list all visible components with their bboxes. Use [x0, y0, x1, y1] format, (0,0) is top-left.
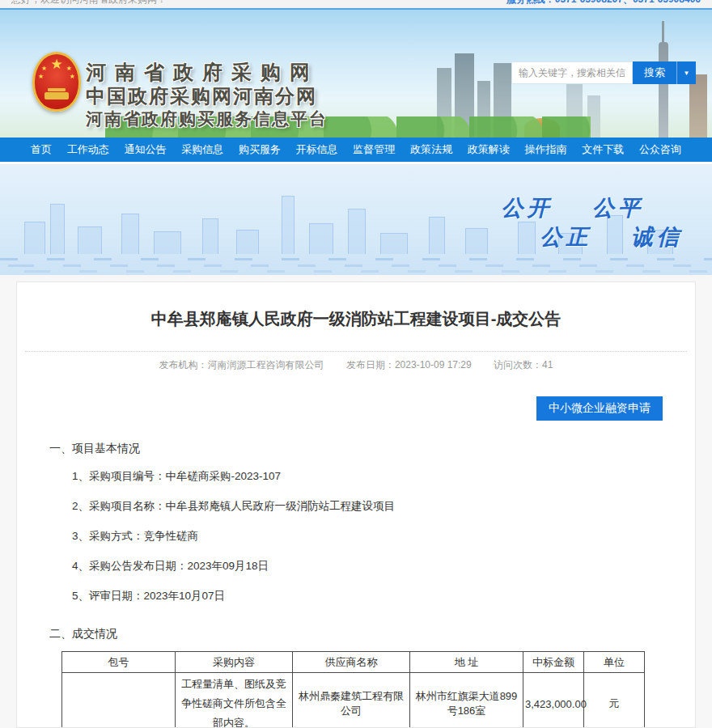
- banner-skyline-building: [518, 222, 536, 254]
- slogan-integrity: 诚信: [631, 224, 683, 249]
- col-amount: 中标金额: [523, 652, 584, 673]
- section1-heading: 一、项目基本情况: [49, 442, 663, 456]
- publish-meta: 发布机构：河南润源工程咨询有限公司 发布日期：2023-10-09 17:29 …: [17, 352, 695, 372]
- zhengzhou-tower: [659, 42, 668, 138]
- search-box: 搜索 ▼: [511, 61, 696, 84]
- emblem-star-icon: ★: [66, 66, 72, 72]
- main-nav: 首页 工作动态 通知公告 采购信息 购买服务 开标信息 监督管理 政策法规 政策…: [0, 138, 712, 162]
- slogan-line-2: 公正 诚信: [540, 222, 683, 252]
- section2-heading: 二、成交情况: [49, 627, 663, 641]
- nav-item-home[interactable]: 首页: [31, 142, 52, 157]
- banner-skyline-building: [429, 217, 445, 254]
- emblem-star-icon: ★: [41, 66, 47, 72]
- slogan-line-1: 公开 公平: [502, 193, 644, 222]
- procurement-method: 3、采购方式：竞争性磋商: [72, 526, 663, 546]
- slogan-fair: 公平: [592, 195, 644, 220]
- cell-amount: 3,423,000.00: [523, 673, 584, 728]
- nav-item-policies[interactable]: 政策法规: [410, 142, 452, 157]
- deal-table-header-row: 包号 采购内容 供应商名称 地 址 中标金额 单位: [62, 652, 645, 673]
- banner-skyline-building: [465, 228, 488, 254]
- publish-date: 发布日期：2023-10-09 17:29: [346, 359, 472, 370]
- banner-skyline-building: [121, 214, 139, 254]
- announcement-card: 中牟县郑庵镇人民政府一级消防站工程建设项目-成交公告 发布机构：河南润源工程咨询…: [16, 281, 696, 728]
- nav-item-purchase-services[interactable]: 购买服务: [239, 142, 281, 157]
- banner-skyline-building: [348, 209, 366, 254]
- national-emblem-logo: ★ ★ ★ ★ ★: [32, 52, 81, 112]
- emblem-gate-shape: [44, 92, 69, 99]
- emblem-star-icon: ★: [38, 74, 44, 80]
- review-date: 5、评审日期：2023年10月07日: [72, 586, 663, 606]
- nav-item-public-consultation[interactable]: 公众咨询: [639, 142, 681, 157]
- banner-skyline-building: [380, 233, 408, 254]
- nav-item-bid-opening[interactable]: 开标信息: [296, 142, 338, 157]
- search-input[interactable]: [511, 61, 633, 84]
- site-title-main: 河南省政府采购网: [86, 60, 328, 84]
- sme-financing-button[interactable]: 中小微企业融资申请: [536, 396, 663, 421]
- site-title-sub2: 河南省政府购买服务信息平台: [86, 108, 328, 130]
- col-address: 地 址: [410, 652, 523, 673]
- project-number: 1、采购项目编号：中牟磋商采购-2023-107: [72, 466, 663, 486]
- slogan-just: 公正: [540, 224, 592, 249]
- search-button[interactable]: 搜索: [633, 61, 676, 84]
- banner-skyline-building: [236, 230, 259, 254]
- nav-item-notices[interactable]: 通知公告: [124, 142, 166, 157]
- col-content: 采购内容: [176, 652, 293, 673]
- service-hotline: 服务热线：0371-65908207、0371-65908406: [506, 0, 701, 6]
- nav-item-work-news[interactable]: 工作动态: [67, 142, 109, 157]
- cell-unit: 元: [584, 673, 645, 728]
- site-title-sub1: 中国政府采购网河南分网: [86, 84, 328, 108]
- search-dropdown-caret-icon[interactable]: ▼: [676, 61, 696, 84]
- cell-content: 工程量清单、图纸及竞争性磋商文件所包含全部内容。: [176, 673, 293, 728]
- banner-skyline-building: [309, 223, 333, 254]
- nav-item-policy-interpretation[interactable]: 政策解读: [468, 142, 510, 157]
- cell-supplier: 林州鼎秦建筑工程有限公司: [293, 673, 410, 728]
- banner-skyline-building: [24, 222, 45, 254]
- page-title: 中牟县郑庵镇人民政府一级消防站工程建设项目-成交公告: [17, 308, 695, 330]
- visit-count: 访问次数：41: [494, 359, 553, 370]
- banner-skyline-building: [202, 218, 218, 254]
- site-title-block: 河南省政府采购网 中国政府采购网河南分网 河南省政府购买服务信息平台: [86, 60, 328, 130]
- action-row: 中小微企业融资申请: [17, 396, 695, 421]
- col-unit: 单位: [584, 652, 645, 673]
- banner-skyline-building: [78, 226, 102, 254]
- deal-row: 中牟磋商采购-2023-107 工程量清单、图纸及竞争性磋商文件所包含全部内容。…: [62, 673, 645, 728]
- water-reflection: [0, 258, 712, 260]
- welcome-text: 您好，欢迎访问河南省政府采购网！: [11, 0, 167, 6]
- cell-package-no: 中牟磋商采购-2023-107: [62, 673, 176, 728]
- cell-address: 林州市红旗渠大道899号186室: [410, 673, 523, 728]
- nav-item-operation-guide[interactable]: 操作指南: [524, 142, 566, 157]
- col-supplier: 供应商名称: [293, 652, 410, 673]
- slogan-open: 公开: [502, 195, 553, 220]
- water-reflection: [0, 265, 712, 267]
- project-name: 2、采购项目名称：中牟县郑庵镇人民政府一级消防站工程建设项目: [72, 496, 663, 516]
- banner-skyline-building: [282, 196, 295, 254]
- announcement-date: 4、采购公告发布日期：2023年09月18日: [72, 556, 663, 576]
- publisher: 发布机构：河南润源工程咨询有限公司: [159, 359, 324, 370]
- top-utility-bar: 您好，欢迎访问河南省政府采购网！ 服务热线：0371-65908207、0371…: [0, 0, 712, 8]
- content-area: 中牟县郑庵镇人民政府一级消防站工程建设项目-成交公告 发布机构：河南润源工程咨询…: [0, 275, 712, 728]
- site-header: ★ ★ ★ ★ ★ 河南省政府采购网 中国政府采购网河南分网 河南省政府购买服务…: [0, 8, 712, 138]
- emblem-star-icon: ★: [70, 74, 75, 80]
- nav-item-downloads[interactable]: 文件下载: [582, 142, 624, 157]
- banner-skyline-building: [154, 231, 181, 254]
- nav-item-supervision[interactable]: 监督管理: [353, 142, 395, 157]
- col-package-no: 包号: [62, 652, 176, 673]
- nav-item-procurement-info[interactable]: 采购信息: [181, 142, 223, 157]
- section1-items: 1、采购项目编号：中牟磋商采购-2023-107 2、采购项目名称：中牟县郑庵镇…: [72, 466, 663, 606]
- deal-table: 包号 采购内容 供应商名称 地 址 中标金额 单位 中牟磋商采购-2023-10…: [61, 651, 645, 728]
- banner-skyline-building: [50, 204, 65, 254]
- emblem-star-icon: ★: [50, 57, 62, 71]
- article-body: 一、项目基本情况 1、采购项目编号：中牟磋商采购-2023-107 2、采购项目…: [17, 442, 695, 728]
- water-reflection: [0, 270, 712, 273]
- slogan-banner: 公开 公平 公正 诚信: [0, 164, 712, 275]
